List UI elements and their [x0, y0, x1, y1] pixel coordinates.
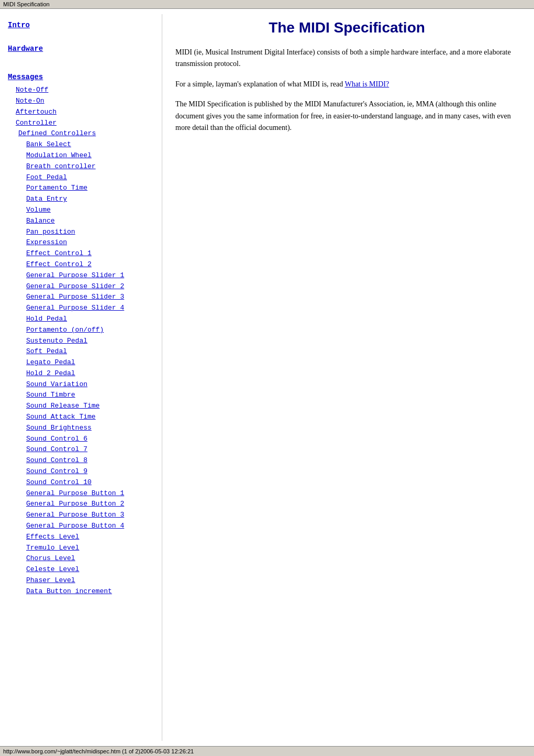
sidebar-link-celeste-level[interactable]: Celeste Level — [8, 564, 157, 575]
sidebar-link-data-entry[interactable]: Data Entry — [8, 194, 157, 205]
sidebar-link-sound-variation[interactable]: Sound Variation — [8, 379, 157, 390]
sidebar-link-foot-pedal[interactable]: Foot Pedal — [8, 172, 157, 183]
sidebar-link-gps3[interactable]: General Purpose Slider 3 — [8, 292, 157, 303]
sidebar-link-breath-controller[interactable]: Breath controller — [8, 161, 157, 172]
sidebar-link-sound-timbre[interactable]: Sound Timbre — [8, 390, 157, 401]
sidebar-link-hold-pedal[interactable]: Hold Pedal — [8, 314, 157, 325]
sidebar-link-tremulo-level[interactable]: Tremulo Level — [8, 543, 157, 554]
sidebar-link-chorus-level[interactable]: Chorus Level — [8, 553, 157, 564]
sidebar-link-gps1[interactable]: General Purpose Slider 1 — [8, 270, 157, 281]
sidebar-link-portamento-onoff[interactable]: Portamento (on/off) — [8, 325, 157, 336]
sidebar-link-controller[interactable]: Controller — [8, 118, 157, 129]
page-wrapper: MIDI Specification Intro Hardware Messag… — [0, 0, 534, 756]
sidebar-link-volume[interactable]: Volume — [8, 205, 157, 216]
title-bar: MIDI Specification — [0, 0, 534, 9]
sidebar-link-effects-level[interactable]: Effects Level — [8, 532, 157, 543]
sidebar-link-sound-control-6[interactable]: Sound Control 6 — [8, 434, 157, 445]
what-is-midi-link[interactable]: What is MIDI? — [344, 80, 389, 88]
sidebar-link-gpb2[interactable]: General Purpose Button 2 — [8, 499, 157, 510]
sidebar-link-balance[interactable]: Balance — [8, 216, 157, 227]
content-area: Intro Hardware Messages Note-Off Note-On… — [0, 9, 534, 746]
status-bar: http://www.borg.com/~jglatt/tech/midispe… — [0, 746, 534, 756]
sidebar-link-gps2[interactable]: General Purpose Slider 2 — [8, 281, 157, 292]
sidebar-link-hold-2-pedal[interactable]: Hold 2 Pedal — [8, 368, 157, 379]
title-bar-text: MIDI Specification — [3, 1, 50, 7]
sidebar-link-note-on[interactable]: Note-On — [8, 96, 157, 107]
sidebar-link-soft-pedal[interactable]: Soft Pedal — [8, 346, 157, 357]
sidebar-link-sound-control-9[interactable]: Sound Control 9 — [8, 466, 157, 477]
page-title: The MIDI Specification — [175, 19, 518, 36]
sidebar-link-portamento-time[interactable]: Portamento Time — [8, 183, 157, 194]
sidebar-link-intro[interactable]: Intro — [8, 19, 157, 31]
sidebar-link-hardware[interactable]: Hardware — [8, 43, 157, 54]
sidebar-link-expression[interactable]: Expression — [8, 237, 157, 248]
paragraph-1: MIDI (ie, Musical Instrument Digital Int… — [175, 47, 518, 70]
sidebar-link-modulation-wheel[interactable]: Modulation Wheel — [8, 150, 157, 161]
sidebar-link-sound-control-7[interactable]: Sound Control 7 — [8, 444, 157, 455]
status-bar-text: http://www.borg.com/~jglatt/tech/midispe… — [3, 748, 194, 754]
sidebar-link-messages[interactable]: Messages — [8, 71, 157, 83]
sidebar-link-gpb4[interactable]: General Purpose Button 4 — [8, 521, 157, 532]
sidebar-link-phaser-level[interactable]: Phaser Level — [8, 575, 157, 586]
sidebar-link-gps4[interactable]: General Purpose Slider 4 — [8, 303, 157, 314]
sidebar-link-bank-select[interactable]: Bank Select — [8, 139, 157, 150]
sidebar-link-sound-brightness[interactable]: Sound Brightness — [8, 423, 157, 434]
sidebar-link-sound-release-time[interactable]: Sound Release Time — [8, 401, 157, 412]
sidebar-link-effect-control-1[interactable]: Effect Control 1 — [8, 248, 157, 259]
sidebar-link-effect-control-2[interactable]: Effect Control 2 — [8, 259, 157, 270]
sidebar-link-aftertouch[interactable]: Aftertouch — [8, 107, 157, 118]
sidebar-link-gpb3[interactable]: General Purpose Button 3 — [8, 510, 157, 521]
sidebar-link-gpb1[interactable]: General Purpose Button 1 — [8, 488, 157, 499]
paragraph-2: For a simple, layman's explanation of wh… — [175, 79, 518, 90]
sidebar-link-defined-controllers[interactable]: Defined Controllers — [8, 128, 157, 139]
main-content: The MIDI Specification MIDI (ie, Musical… — [162, 14, 534, 741]
paragraph-3: The MIDI Specification is published by t… — [175, 98, 518, 134]
sidebar-link-sustenuto-pedal[interactable]: Sustenuto Pedal — [8, 336, 157, 347]
sidebar-link-pan-position[interactable]: Pan position — [8, 227, 157, 238]
sidebar-link-sound-attack-time[interactable]: Sound Attack Time — [8, 412, 157, 423]
sidebar-link-data-button-increment[interactable]: Data Button increment — [8, 586, 157, 597]
sidebar: Intro Hardware Messages Note-Off Note-On… — [0, 14, 162, 741]
sidebar-link-legato-pedal[interactable]: Legato Pedal — [8, 357, 157, 368]
sidebar-link-note-off[interactable]: Note-Off — [8, 85, 157, 96]
sidebar-link-sound-control-10[interactable]: Sound Control 10 — [8, 477, 157, 488]
sidebar-link-sound-control-8[interactable]: Sound Control 8 — [8, 455, 157, 466]
